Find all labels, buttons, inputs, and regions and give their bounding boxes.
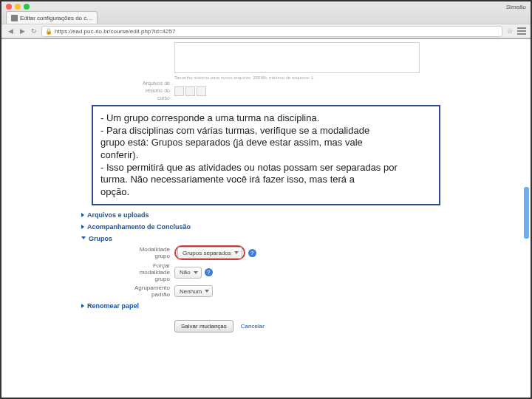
field-default-grouping: Agrupamento padrão Nenhum	[81, 284, 451, 298]
address-bar: ◀ ▶ ↻ 🔒 https://ead.puc-rio.br/course/ed…	[1, 24, 531, 38]
default-grouping-value: Nenhum	[180, 288, 202, 295]
help-icon[interactable]: ?	[248, 249, 256, 257]
scrollbar-thumb[interactable]	[524, 187, 529, 239]
group-mode-label: Modalidade grupo	[81, 246, 174, 259]
upper-form-area: Tamanho máximo para novos arquivos: 200M…	[81, 42, 451, 102]
filepicker-list-icon[interactable]	[197, 86, 206, 96]
instruction-callout: - Um grupo corresponde a uma turma na di…	[92, 105, 440, 205]
section-rename-role[interactable]: Renomear papel	[81, 302, 451, 310]
group-mode-select[interactable]: Grupos separados	[177, 247, 242, 259]
note-line: - Um grupo corresponde a uma turma na di…	[100, 112, 432, 125]
forward-button[interactable]: ▶	[18, 27, 27, 35]
force-mode-select[interactable]: Não	[174, 267, 202, 279]
form-actions: Salvar mudanças Cancelar	[174, 320, 451, 332]
default-grouping-select[interactable]: Nenhum	[174, 285, 213, 297]
help-icon[interactable]: ?	[205, 268, 213, 276]
window-zoom-icon[interactable]	[24, 4, 30, 10]
profile-name: Simeão	[506, 4, 526, 10]
summary-textarea[interactable]	[174, 42, 420, 73]
note-line: conferir).	[100, 149, 432, 162]
settings-sections: Arquivos e uploads Acompanhamento de Con…	[81, 211, 451, 332]
section-files-uploads[interactable]: Arquivos e uploads	[81, 211, 451, 219]
section-groups[interactable]: Grupos	[81, 235, 451, 242]
lock-icon: 🔒	[45, 28, 52, 35]
section-title: Arquivos e uploads	[87, 211, 149, 219]
page-body: Tamanho máximo para novos arquivos: 200M…	[1, 39, 531, 398]
resume-files-label: Arquivos de resumo do curso	[81, 80, 174, 102]
note-line: turma. Não necessariamente você irá faze…	[100, 174, 432, 186]
force-mode-label: Forçar modalidade grupo	[81, 262, 174, 282]
url-field[interactable]: 🔒 https://ead.puc-rio.br/course/edit.php…	[41, 26, 502, 37]
browser-chrome: Simeão Editar configurações do c… ◀ ▶ ↻ …	[1, 1, 531, 39]
chevron-down-icon	[81, 236, 86, 242]
filepicker-folder-icon[interactable]	[185, 86, 195, 96]
browser-tab[interactable]: Editar configurações do c…	[6, 11, 98, 24]
favicon-icon	[11, 15, 18, 21]
section-completion-tracking[interactable]: Acompanhamento de Conclusão	[81, 223, 451, 231]
section-title: Grupos	[89, 235, 112, 242]
note-line: - Para disciplinas com várias turmas, ve…	[100, 125, 432, 137]
group-mode-value: Grupos separados	[183, 250, 231, 256]
menu-icon[interactable]	[517, 27, 526, 35]
back-button[interactable]: ◀	[6, 27, 15, 35]
bookmark-button[interactable]: ☆	[505, 27, 514, 35]
chevron-right-icon	[81, 213, 84, 217]
filepicker-add-icon[interactable]	[174, 86, 184, 96]
force-mode-value: Não	[180, 269, 191, 276]
field-group-mode: Modalidade grupo Grupos separados ?	[81, 245, 451, 260]
note-line: - Isso permitirá que as atividades ou no…	[100, 162, 432, 174]
note-line: grupo está: Grupos separados (já deve es…	[100, 137, 432, 149]
reload-button[interactable]: ↻	[30, 27, 38, 35]
chevron-right-icon	[81, 304, 84, 308]
window-close-icon[interactable]	[6, 4, 12, 10]
section-title: Renomear papel	[87, 302, 139, 310]
tab-title: Editar configurações do c…	[20, 15, 92, 21]
url-text: https://ead.puc-rio.br/course/edit.php?i…	[55, 28, 175, 35]
save-button[interactable]: Salvar mudanças	[174, 320, 233, 332]
cancel-link[interactable]: Cancelar	[241, 323, 265, 330]
filepicker-toolbar	[174, 86, 206, 96]
window-minimize-icon[interactable]	[15, 4, 21, 10]
section-title: Acompanhamento de Conclusão	[87, 223, 191, 231]
window-titlebar: Simeão	[1, 1, 531, 12]
note-line: opção.	[100, 186, 432, 199]
highlight-ring: Grupos separados	[174, 245, 245, 260]
chevron-right-icon	[81, 225, 84, 229]
default-grouping-label: Agrupamento padrão	[81, 284, 174, 298]
field-force-group-mode: Forçar modalidade grupo Não ?	[81, 262, 451, 282]
tab-bar: Editar configurações do c…	[1, 12, 531, 24]
